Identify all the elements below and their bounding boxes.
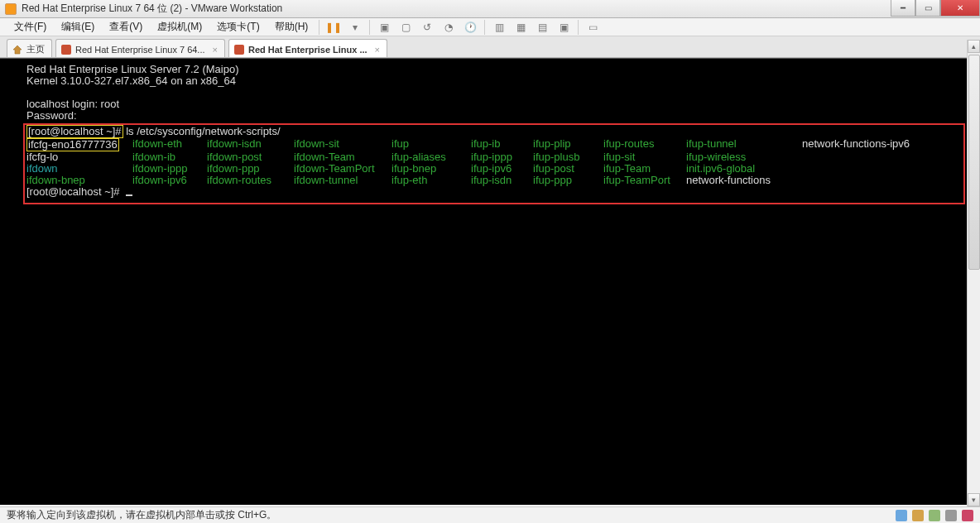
ls-entry: ifdown-isdn [207, 138, 294, 150]
minimize-button[interactable]: ━ [891, 0, 915, 17]
device-icon[interactable] [929, 510, 940, 521]
device-icon[interactable] [945, 510, 957, 521]
banner-line: Red Hat Enterprise Linux Server 7.2 (Mai… [26, 64, 239, 75]
terminal-view[interactable]: Red Hat Enterprise Linux Server 7.2 (Mai… [0, 58, 980, 505]
ls-entry: network-functions-ipv6 [802, 138, 951, 150]
window-titlebar: Red Hat Enterprise Linux 7 64 位 (2) - VM… [0, 0, 980, 18]
maximize-button[interactable]: ▭ [915, 0, 940, 17]
shell-prompt: [root@localhost ~]# [26, 125, 123, 138]
menu-vm[interactable]: 虚拟机(M) [150, 18, 209, 36]
app-icon [5, 3, 17, 15]
library-icon[interactable]: ▭ [586, 21, 599, 34]
ls-entry: ifcfg-eno16777736 [26, 138, 132, 151]
ls-entry: ifdown [26, 163, 132, 175]
unity-icon[interactable]: ▦ [514, 21, 527, 34]
login-prompt: localhost login: root [26, 98, 119, 110]
ls-entry: ifdown-TeamPort [294, 163, 392, 175]
dropdown-icon[interactable]: ▾ [348, 21, 362, 34]
ls-entry: ifup-post [533, 163, 603, 175]
vm-icon [61, 45, 71, 55]
ls-entry: ifdown-eth [132, 138, 207, 150]
tab-vm-1[interactable]: Red Hat Enterprise Linux 7 64... × [55, 39, 225, 57]
window-buttons: ━ ▭ ✕ [891, 0, 980, 17]
close-button[interactable]: ✕ [940, 0, 980, 17]
ls-entry: ifup-plip [533, 138, 603, 150]
ls-entry: ifup-isdn [471, 175, 533, 186]
banner-line: Kernel 3.10.0-327.el7.x86_64 on an x86_6… [26, 75, 236, 87]
ls-entry: ifdown-ppp [207, 163, 294, 175]
ls-entry: ifdown-ipv6 [132, 175, 207, 186]
close-tab-icon[interactable]: × [372, 45, 380, 55]
ls-entry: ifup-TeamPort [603, 175, 686, 186]
menu-file[interactable]: 文件(F) [7, 18, 54, 36]
ls-entry: ifup-ib [471, 138, 533, 150]
menu-help[interactable]: 帮助(H) [267, 18, 316, 36]
ls-entry: ifdown-routes [207, 175, 294, 186]
fullscreen-icon[interactable]: ▣ [557, 21, 570, 34]
menubar: 文件(F) 编辑(E) 查看(V) 虚拟机(M) 选项卡(T) 帮助(H) ❚❚… [0, 18, 980, 36]
status-text: 要将输入定向到该虚拟机，请在虚拟机内部单击或按 Ctrl+G。 [7, 508, 276, 522]
home-icon [12, 45, 22, 55]
menu-tabs[interactable]: 选项卡(T) [209, 18, 267, 36]
ls-entry: ifup [392, 138, 471, 150]
ls-entry: network-functions [686, 175, 802, 186]
device-icon[interactable] [912, 510, 924, 521]
separator [484, 20, 485, 35]
scroll-thumb[interactable] [968, 55, 980, 270]
device-icon[interactable] [896, 510, 907, 521]
shell-prompt: [root@localhost ~]# [26, 186, 120, 198]
shell-command: ls /etc/sysconfig/network-scripts/ [126, 126, 280, 137]
tabstrip: 主页 Red Hat Enterprise Linux 7 64... × Re… [0, 36, 980, 58]
console-icon[interactable]: ▥ [492, 21, 506, 34]
ls-entry: ifdown-tunnel [294, 175, 392, 186]
cursor [126, 194, 132, 196]
tab-home[interactable]: 主页 [7, 39, 52, 57]
ls-entry: ifup-tunnel [686, 138, 802, 150]
ls-entry: ifup-sit [603, 151, 686, 163]
ls-entry: ifcfg-lo [26, 151, 132, 163]
ls-entry: ifup-ippp [471, 151, 533, 163]
manage-icon[interactable]: ◔ [442, 21, 455, 34]
vertical-scrollbar[interactable]: ▴ ▾ [967, 40, 980, 506]
ls-entry: ifdown-post [207, 151, 294, 163]
device-icon[interactable] [962, 510, 973, 521]
statusbar: 要将输入定向到该虚拟机，请在虚拟机内部单击或按 Ctrl+G。 [0, 506, 980, 523]
ls-entry: ifup-plusb [533, 151, 603, 163]
snapshot-icon[interactable]: ▣ [377, 21, 391, 34]
ls-entry: ifup-Team [603, 163, 686, 175]
ls-entry: ifup-routes [603, 138, 686, 150]
ls-entry: ifdown-bnep [26, 175, 132, 186]
password-prompt: Password: [26, 110, 77, 122]
tab-label: Red Hat Enterprise Linux 7 64... [75, 45, 205, 55]
ls-entry: init.ipv6-global [686, 163, 802, 175]
tab-label: 主页 [26, 43, 45, 55]
clock-icon[interactable]: 🕐 [464, 21, 477, 34]
ls-entry: ifdown-sit [294, 138, 392, 150]
ls-entry: ifup-ppp [533, 175, 603, 186]
close-tab-icon[interactable]: × [209, 45, 218, 55]
ls-entry: ifdown-ib [132, 151, 207, 163]
screenshot-icon[interactable]: ▢ [399, 21, 412, 34]
ls-entry: ifup-aliases [392, 151, 471, 163]
menu-edit[interactable]: 编辑(E) [54, 18, 102, 36]
tab-label: Red Hat Enterprise Linux ... [248, 45, 368, 55]
ls-output: ifcfg-eno16777736ifdown-ethifdown-isdnif… [26, 138, 960, 186]
status-icons [896, 510, 973, 521]
menu-view[interactable]: 查看(V) [102, 18, 150, 36]
ls-entry: ifup-bnep [392, 163, 471, 175]
separator [578, 20, 579, 35]
vm-icon [234, 45, 244, 55]
separator [319, 20, 319, 35]
ls-entry: ifup-wireless [686, 151, 802, 163]
ls-entry: ifdown-Team [294, 151, 392, 163]
ls-entry: ifdown-ippp [132, 163, 207, 175]
pause-icon[interactable]: ❚❚ [327, 21, 340, 34]
revert-icon[interactable]: ↺ [420, 21, 434, 34]
tab-vm-2[interactable]: Red Hat Enterprise Linux ... × [228, 39, 387, 57]
ls-entry: ifup-ipv6 [471, 163, 533, 175]
scroll-up-icon[interactable]: ▴ [968, 40, 980, 53]
window-title: Red Hat Enterprise Linux 7 64 位 (2) - VM… [22, 2, 282, 16]
scroll-down-icon[interactable]: ▾ [968, 493, 980, 506]
thumbnail-icon[interactable]: ▤ [536, 21, 549, 34]
separator [369, 20, 370, 35]
